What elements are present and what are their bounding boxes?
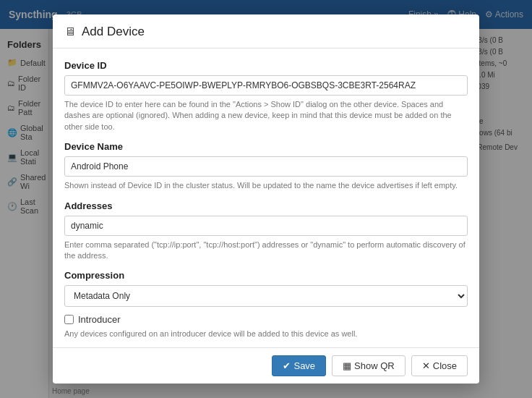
close-button[interactable]: ✕ Close xyxy=(411,355,468,376)
close-icon: ✕ xyxy=(422,360,430,371)
introducer-row: Introducer xyxy=(64,314,468,325)
introducer-label: Introducer xyxy=(78,314,121,325)
device-name-label: Device Name xyxy=(64,141,468,152)
device-name-group: Device Name Shown instead of Device ID i… xyxy=(64,141,468,191)
compression-label: Compression xyxy=(64,270,468,281)
show-qr-button[interactable]: ▦ Show QR xyxy=(332,355,406,376)
introducer-help: Any devices configured on an introducer … xyxy=(64,329,468,339)
checkmark-icon: ✔ xyxy=(283,360,291,371)
addresses-label: Addresses xyxy=(64,200,468,211)
introducer-checkbox[interactable] xyxy=(64,315,74,324)
device-id-label: Device ID xyxy=(64,60,468,71)
compression-select[interactable]: Metadata Only All Data Nothing xyxy=(64,285,468,307)
modal-body: Device ID The device ID to enter here ca… xyxy=(53,48,479,347)
save-button[interactable]: ✔ Save xyxy=(272,355,326,376)
compression-group: Compression Metadata Only All Data Nothi… xyxy=(64,270,468,307)
addresses-help: Enter comma separated ("tcp://ip:port", … xyxy=(64,240,468,262)
monitor-icon: 🖥 xyxy=(64,25,76,38)
addresses-input[interactable] xyxy=(64,216,468,236)
qr-icon: ▦ xyxy=(343,360,351,371)
modal-title: Add Device xyxy=(82,25,145,39)
modal-overlay: 🖥 Add Device Device ID The device ID to … xyxy=(0,0,532,398)
modal-footer: ✔ Save ▦ Show QR ✕ Close xyxy=(53,347,479,384)
modal-header: 🖥 Add Device xyxy=(53,14,479,48)
add-device-modal: 🖥 Add Device Device ID The device ID to … xyxy=(53,14,479,384)
device-name-help: Shown instead of Device ID in the cluste… xyxy=(64,180,468,191)
device-id-group: Device ID The device ID to enter here ca… xyxy=(64,60,468,132)
addresses-group: Addresses Enter comma separated ("tcp://… xyxy=(64,200,468,262)
device-id-input[interactable] xyxy=(64,75,468,96)
introducer-group: Introducer Any devices configured on an … xyxy=(64,314,468,339)
device-name-input[interactable] xyxy=(64,156,468,177)
device-id-help: The device ID to enter here can be found… xyxy=(64,99,468,132)
